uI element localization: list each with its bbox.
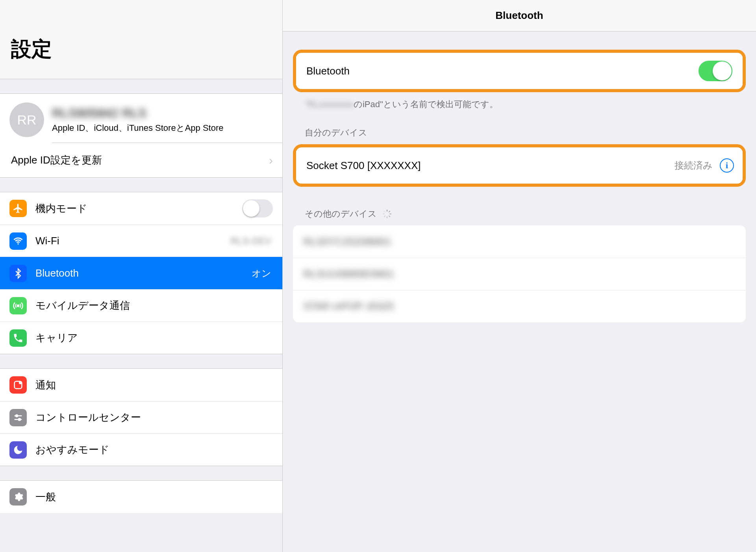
other-devices-label: その他のデバイス — [305, 208, 377, 220]
my-devices-header: 自分のデバイス — [293, 127, 746, 144]
sidebar-item-carrier[interactable]: キャリア — [0, 322, 282, 354]
page-title: 設定 — [0, 0, 282, 79]
other-device-item[interactable]: RLS0YC25208M01 — [293, 225, 746, 258]
airplane-icon — [9, 200, 27, 217]
wifi-label: Wi-Fi — [35, 235, 230, 247]
carrier-label: キャリア — [35, 331, 273, 345]
svg-rect-6 — [387, 210, 387, 212]
cellular-label: モバイルデータ通信 — [35, 299, 273, 312]
info-icon[interactable]: i — [720, 158, 734, 173]
general-label: 一般 — [35, 490, 273, 504]
phone-icon — [9, 329, 27, 347]
discoverable-device-name: "RLxxxxxxxx — [305, 99, 354, 109]
svg-rect-13 — [384, 211, 386, 213]
svg-rect-8 — [389, 214, 391, 214]
airplane-switch[interactable] — [242, 199, 273, 217]
chevron-right-icon: › — [269, 154, 273, 167]
sidebar-item-airplane[interactable]: 機内モード — [0, 192, 282, 225]
other-device-item[interactable]: STAR mPOP-J0325 — [293, 290, 746, 322]
bluetooth-icon — [9, 265, 27, 282]
svg-point-1 — [17, 305, 19, 307]
dnd-label: おやすみモード — [35, 443, 273, 457]
sidebar-item-cellular[interactable]: モバイルデータ通信 — [0, 289, 282, 322]
sidebar-item-general[interactable]: 一般 — [0, 481, 282, 513]
sidebar-item-bluetooth[interactable]: Bluetooth オン — [0, 257, 282, 289]
general-group: 一般 — [0, 480, 282, 513]
discoverable-suffix: のiPad"という名前で検出可能です。 — [354, 99, 498, 109]
apple-id-update-row[interactable]: Apple ID設定を更新 › — [0, 143, 282, 177]
sidebar-item-wifi[interactable]: Wi-Fi RLS-DEV — [0, 225, 282, 257]
wifi-icon — [9, 232, 27, 250]
bluetooth-value: オン — [252, 267, 271, 280]
highlight-connected-device: Socket S700 [XXXXXXX] 接続済み i — [293, 144, 746, 187]
svg-rect-10 — [387, 216, 387, 218]
cellular-icon — [9, 297, 27, 314]
gear-icon — [9, 488, 27, 506]
bluetooth-toggle-label: Bluetooth — [306, 65, 350, 77]
svg-point-4 — [16, 414, 18, 416]
svg-rect-9 — [389, 216, 391, 217]
svg-point-0 — [17, 243, 19, 244]
network-settings-group: 機内モード Wi-Fi RLS-DEV Bluetooth オン — [0, 192, 282, 354]
other-device-name: RLS0YC25208M01 — [303, 236, 391, 248]
other-devices-list: RLS0YC25208M01 RLSUU08958OM01 STAR mPOP-… — [293, 225, 746, 322]
other-device-item[interactable]: RLSUU08958OM01 — [293, 258, 746, 290]
bluetooth-toggle-row[interactable]: Bluetooth — [296, 53, 743, 89]
main-panel: Bluetooth Bluetooth "RLxxxxxxxxのiPad"という… — [283, 0, 756, 552]
device-row[interactable]: Socket S700 [XXXXXXX] 接続済み i — [296, 147, 743, 184]
notifications-label: 通知 — [35, 378, 273, 392]
bluetooth-switch[interactable] — [699, 61, 732, 81]
other-device-name: STAR mPOP-J0325 — [303, 300, 394, 312]
account-name: RLS905842 RLS — [52, 106, 224, 121]
sidebar-item-notifications[interactable]: 通知 — [0, 369, 282, 401]
other-devices-header: その他のデバイス — [293, 208, 746, 225]
discoverable-note: "RLxxxxxxxxのiPad"という名前で検出可能です。 — [293, 92, 746, 110]
svg-rect-7 — [389, 211, 391, 213]
wifi-value: RLS-DEV — [230, 236, 271, 247]
moon-icon — [9, 441, 27, 459]
bluetooth-label: Bluetooth — [35, 267, 252, 279]
avatar: RR — [9, 102, 44, 137]
sidebar-item-control-center[interactable]: コントロールセンター — [0, 401, 282, 433]
spinner-icon — [382, 209, 392, 219]
notifications-icon — [9, 376, 27, 394]
svg-point-5 — [19, 418, 20, 420]
apple-id-update-label: Apple ID設定を更新 — [11, 153, 102, 167]
account-row[interactable]: RR RLS905842 RLS Apple ID、iCloud、iTunes … — [0, 94, 282, 143]
device-name: Socket S700 [XXXXXXX] — [306, 160, 421, 172]
account-section: RR RLS905842 RLS Apple ID、iCloud、iTunes … — [0, 93, 282, 178]
control-center-label: コントロールセンター — [35, 411, 273, 424]
svg-rect-11 — [384, 216, 386, 217]
highlight-bluetooth-toggle: Bluetooth — [293, 50, 746, 92]
device-status: 接続済み — [674, 159, 713, 172]
main-title: Bluetooth — [283, 0, 756, 32]
account-subtitle: Apple ID、iCloud、iTunes StoreとApp Store — [52, 122, 224, 134]
control-center-icon — [9, 409, 27, 426]
settings-sidebar: 設定 RR RLS905842 RLS Apple ID、iCloud、iTun… — [0, 0, 283, 552]
sidebar-item-do-not-disturb[interactable]: おやすみモード — [0, 433, 282, 466]
other-device-name: RLSUU08958OM01 — [303, 268, 394, 280]
svg-rect-12 — [383, 214, 385, 214]
svg-point-3 — [19, 381, 22, 384]
airplane-label: 機内モード — [35, 202, 242, 216]
ui-settings-group: 通知 コントロールセンター おやすみモード — [0, 368, 282, 466]
